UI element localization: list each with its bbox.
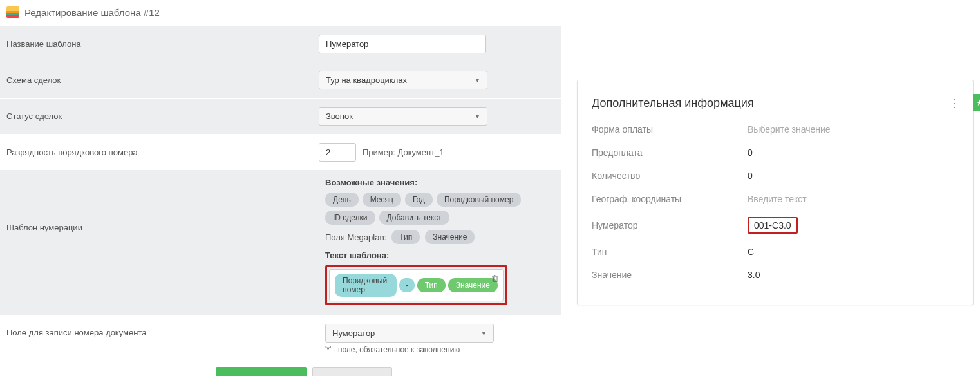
info-panel-title: Дополнительная информация [592,97,754,110]
info-label-numerator: Нумератор [592,220,748,230]
info-label-geo: Географ. координаты [592,194,748,204]
page-title: Редактирование шаблона #12 [24,7,160,18]
label-numbering-template: Шаблон нумерации [6,178,319,232]
required-field-note: '*' - поле, обязательное к заполнению [325,345,554,354]
megaplan-fields-row: Поля Megaplan: Тип Значение [325,230,554,244]
info-value-numerator[interactable]: 001-C3.0 [748,217,798,234]
info-row-value: Значение 3.0 [592,270,959,280]
chip-deal-id[interactable]: ID сделки [325,211,375,225]
chip-day[interactable]: День [325,193,359,207]
template-text-box[interactable]: Порядковый номер - Тип Значение 🗑 [329,269,504,301]
info-value-payment-form[interactable]: Выберите значение [748,124,831,135]
template-chip-sep[interactable]: - [399,278,415,292]
info-row-type: Тип C [592,247,959,257]
digit-capacity-input[interactable] [319,143,356,162]
label-template-name: Название шаблона [6,39,319,49]
template-text-highlight: Порядковый номер - Тип Значение 🗑 [325,265,507,305]
digit-capacity-hint: Пример: Документ_1 [363,147,444,157]
template-chip-type[interactable]: Тип [417,278,446,292]
possible-values-label: Возможные значения: [325,178,554,187]
chevron-down-icon: ▼ [475,113,480,120]
chevron-down-icon: ▼ [481,330,487,337]
additional-info-panel: ★ Дополнительная информация ⋮ Форма опла… [577,80,974,305]
label-deal-scheme: Схема сделок [6,75,319,85]
label-digit-capacity: Разрядность порядкового номера [6,147,319,157]
star-tab[interactable]: ★ [973,94,980,111]
template-icon [6,6,19,18]
info-label-quantity: Количество [592,171,748,181]
info-label-value: Значение [592,270,748,280]
info-label-type: Тип [592,247,748,257]
row-deal-scheme: Схема сделок Тур на квадроциклах ▼ [0,62,561,98]
info-label-payment-form: Форма оплаты [592,124,748,135]
info-row-prepay: Предоплата 0 [592,147,959,158]
info-value-value[interactable]: 3.0 [748,270,760,280]
write-field-value: Нумератор [332,328,375,338]
template-name-input[interactable] [319,35,486,53]
info-row-payment-form: Форма оплаты Выберите значение [592,124,959,135]
chevron-down-icon: ▼ [475,77,480,84]
template-editor-panel: Редактирование шаблона #12 Название шабл… [0,0,561,376]
info-row-numerator: Нумератор 001-C3.0 [592,217,959,234]
dots-menu-icon[interactable]: ⋮ [948,96,959,110]
deal-scheme-select[interactable]: Тур на квадроциклах ▼ [319,71,487,89]
row-digit-capacity: Разрядность порядкового номера Пример: Д… [0,134,561,170]
save-button[interactable]: Сохранить [216,367,307,376]
info-value-prepay[interactable]: 0 [748,147,753,158]
deal-scheme-value: Тур на квадроциклах [326,75,407,85]
megaplan-label: Поля Megaplan: [325,232,386,242]
trash-icon[interactable]: 🗑 [491,274,499,283]
info-value-type[interactable]: C [748,247,754,257]
info-value-geo[interactable]: Введите текст [748,194,807,204]
write-field-select[interactable]: Нумератор ▼ [325,324,494,343]
info-row-geo: Географ. координаты Введите текст [592,194,959,204]
cancel-button[interactable]: Отмена [312,367,392,376]
chip-add-text[interactable]: Добавить текст [379,211,449,225]
deal-status-value: Звонок [326,111,353,121]
row-deal-status: Статус сделок Звонок ▼ [0,98,561,134]
template-chip-seq[interactable]: Порядковый номер [335,274,397,297]
page-header: Редактирование шаблона #12 [0,0,561,26]
chip-year[interactable]: Год [405,193,433,207]
info-label-prepay: Предоплата [592,147,748,158]
template-text-label: Текст шаблона: [325,250,554,260]
row-template-name: Название шаблона [0,26,561,62]
label-deal-status: Статус сделок [6,111,319,121]
info-value-quantity[interactable]: 0 [748,171,753,181]
chip-mega-value[interactable]: Значение [425,230,475,244]
chip-month[interactable]: Месяц [363,193,401,207]
row-write-field: Поле для записи номера документа Нумерат… [0,315,561,357]
row-numbering-template: Шаблон нумерации Возможные значения: Ден… [0,170,561,315]
possible-values-chips: День Месяц Год Порядковый номер ID сделк… [325,193,554,225]
label-write-field: Поле для записи номера документа [6,324,319,337]
info-panel-header: Дополнительная информация ⋮ [592,96,959,110]
chip-mega-type[interactable]: Тип [391,230,420,244]
chip-seq-number[interactable]: Порядковый номер [437,193,521,207]
info-row-quantity: Количество 0 [592,171,959,181]
form-actions: Сохранить Отмена [209,357,561,376]
deal-status-select[interactable]: Звонок ▼ [319,107,487,126]
